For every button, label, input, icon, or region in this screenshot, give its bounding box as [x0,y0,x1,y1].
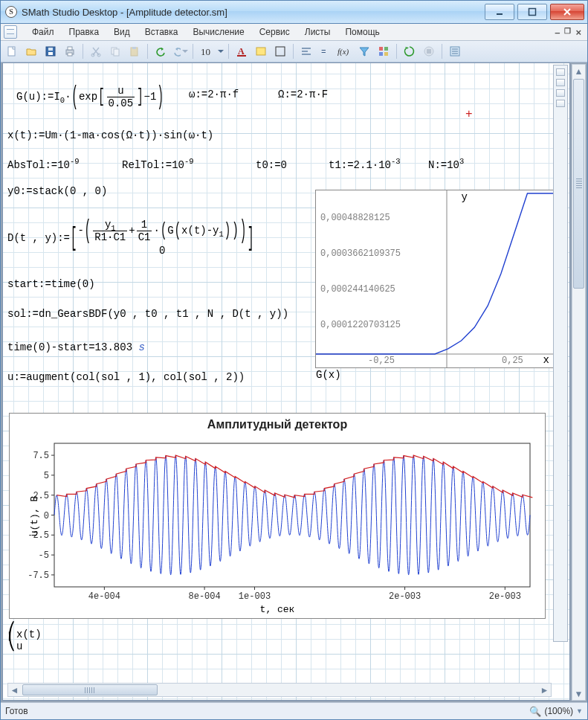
document-canvas[interactable]: G(u):=I0·(exp[u0.05]−1) ω:=2·π·f Ω:=2·π·… [2,62,570,701]
paste-icon[interactable] [126,43,143,60]
minimize-button[interactable] [485,4,514,20]
stop-icon[interactable] [421,43,437,60]
status-bar: Готов 🔍 (100%) ▼ [1,702,587,719]
font-color-icon[interactable]: A [233,43,250,60]
maximize-button[interactable] [517,4,547,20]
print-icon[interactable] [62,43,78,60]
side-palette[interactable] [553,65,568,642]
scroll-down-button[interactable]: ▼ [573,687,584,700]
svg-text:=: = [321,48,326,57]
math-layer: G(u):=I0·(exp[u0.05]−1) ω:=2·π·f Ω:=2·π·… [3,63,569,700]
horizontal-scrollbar[interactable]: ◄ ► [7,683,552,697]
new-file-icon[interactable] [4,43,20,60]
svg-rect-8 [68,53,72,56]
menu-help[interactable]: Помощь [337,25,387,39]
svg-rect-2 [8,47,15,56]
side-palette-item[interactable] [556,100,565,107]
svg-rect-0 [497,13,503,15]
scroll-left-button[interactable]: ◄ [8,684,21,695]
highlight-icon[interactable] [253,43,269,60]
menu-view[interactable]: Вид [106,25,138,39]
expr-time0[interactable]: time(0)-start=13.803 s [7,342,145,353]
scroll-up-button[interactable]: ▲ [573,65,584,77]
svg-rect-4 [48,52,53,55]
hscroll-thumb[interactable] [22,684,158,695]
save-icon[interactable] [42,43,59,60]
svg-rect-7 [68,47,72,50]
plot-amplitude-ylabel: u(t), В [29,495,40,536]
mdi-restore-button[interactable]: ❐ [564,28,571,37]
svg-rect-17 [256,48,265,55]
menu-insert[interactable]: Вставка [138,25,186,39]
mdi-window-controls: – ❐ × [555,28,584,37]
svg-rect-21 [379,47,383,51]
menu-edit[interactable]: Правка [62,25,107,39]
chevron-down-icon[interactable] [218,50,224,56]
expr-RelTol[interactable]: RelTol:=10-9 [122,160,194,170]
svg-rect-16 [237,55,246,57]
app-icon: S [5,6,17,18]
menu-file[interactable]: Файл [25,25,62,39]
plot-Gx[interactable]: y G(x) x 0,00048828125 0,0003662109375 0… [315,190,555,368]
vertical-scrollbar[interactable]: ▲ ▼ [572,64,586,701]
expr-N[interactable]: N:=103 [428,160,464,170]
cursor-cross-icon: + [465,108,473,121]
menu-sheets[interactable]: Листы [297,25,338,39]
side-palette-item[interactable] [556,79,565,86]
plot-Gx-ytick: 0,0003662109375 [320,248,401,259]
plot-Gx-ytick: 0,0001220703125 [320,320,401,330]
border-icon[interactable] [272,43,288,60]
filter-icon[interactable] [356,43,372,60]
expr-sol[interactable]: sol:=dn_GearsBDF(y0 , t0 , t1 , N , D(t … [7,309,288,319]
menu-calculation[interactable]: Вычисление [185,25,251,39]
svg-text:A: A [238,46,245,57]
scroll-right-button[interactable]: ► [538,684,551,695]
expr-omega[interactable]: ω:=2·π·f [189,89,239,100]
expr-t1[interactable]: t1:=2.1·10-3 [329,160,401,170]
fx-icon[interactable]: f(x) [337,43,353,60]
recalc-icon[interactable] [401,43,418,60]
zoom-value: (100%) [544,706,573,716]
chevron-down-icon[interactable]: ▼ [576,707,583,715]
expr-y0[interactable]: y0:=stack(0 , 0) [7,186,107,196]
plot-Gx-xtick: -0,25 [368,356,395,366]
plot-amplitude-title: Амплитудный детектор [10,418,545,431]
side-palette-item[interactable] [556,68,565,76]
palette-icon[interactable] [375,43,392,60]
cut-icon[interactable] [88,43,104,60]
expr-x-def[interactable]: x(t):=Um·(1-ma·cos(Ω·t))·sin(ω·t) [7,130,213,141]
expr-D[interactable]: D(t , y):= [ -(y1R1·C1+1C1·(G(x(t)-y1)))… [7,219,254,256]
open-file-icon[interactable] [23,43,39,60]
eval-icon[interactable]: = [317,43,334,60]
expr-t0[interactable]: t0:=0 [256,160,287,170]
vscroll-thumb[interactable] [573,79,584,289]
options-icon[interactable] [447,43,463,60]
svg-text:f(x): f(x) [337,47,349,57]
zoom-control[interactable]: 🔍 (100%) ▼ [529,706,583,717]
expr-Omega[interactable]: Ω:=2·π·F [278,89,328,100]
title-bar[interactable]: S SMath Studio Desktop - [Amplitude dete… [1,1,587,24]
expr-G-def[interactable]: G(u):=I0·(exp[u0.05]−1) [16,86,164,109]
mdi-close-button[interactable]: × [575,28,581,37]
app-menu-icon[interactable] [4,25,17,39]
undo-icon[interactable] [152,43,169,60]
expr-AbsTol[interactable]: AbsTol:=10-9 [7,160,80,170]
menu-bar: Файл Правка Вид Вставка Вычисление Серви… [1,24,587,41]
menu-service[interactable]: Сервис [252,25,297,39]
redo-dropdown-icon[interactable] [172,43,188,60]
expr-u[interactable]: u:=augment(col(sol , 1), col(sol , 2)) [7,372,245,382]
plot-amplitude[interactable]: Амплитудный детектор u(t), В t, сек [9,413,546,619]
svg-rect-22 [384,47,388,51]
align-icon[interactable] [298,43,314,60]
svg-rect-23 [379,52,383,56]
close-button[interactable] [550,4,584,20]
mdi-minimize-button[interactable]: – [555,28,560,37]
font-size-field[interactable]: 10 [198,47,213,57]
plot-Gx-ylabel: y [462,192,468,202]
plot-Gx-xlabel: G(x) [316,369,341,381]
plot-amplitude-xlabel: t, сек [10,604,545,615]
expr-start[interactable]: start:=time(0) [7,279,95,289]
svg-rect-18 [276,47,285,56]
side-palette-item[interactable] [556,89,565,97]
copy-icon[interactable] [107,43,123,60]
